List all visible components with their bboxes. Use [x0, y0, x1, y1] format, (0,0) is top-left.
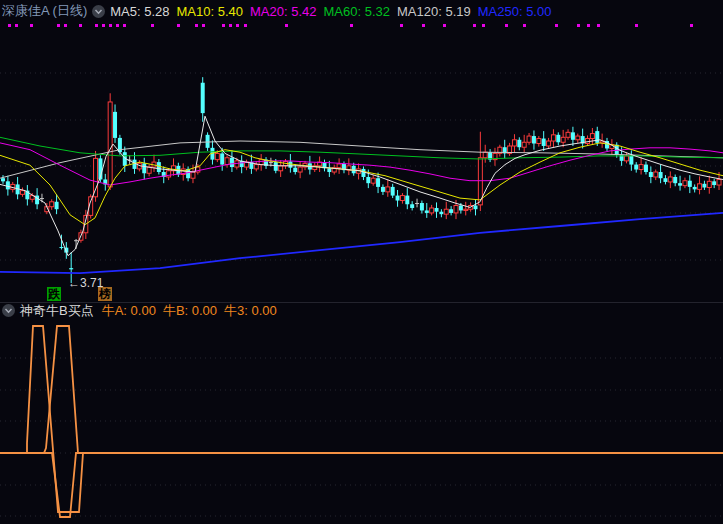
- niu-a-value: 牛A: 0.00: [102, 303, 156, 318]
- ma20-legend: MA20: 5.42: [250, 4, 317, 19]
- niu-b-value: 牛B: 0.00: [163, 303, 217, 318]
- ma60-legend: MA60: 5.32: [324, 4, 391, 19]
- low-price-annotation: ←3.71: [68, 276, 103, 290]
- stock-chart-window: 深康佳A (日线) MA5: 5.28MA10: 5.40MA20: 5.42M…: [0, 0, 723, 524]
- indicator-panel-header: 神奇牛B买点 牛A: 0.00牛B: 0.00牛3: 0.00: [2, 303, 284, 318]
- indicator-pulse-2: [0, 453, 723, 517]
- ma5-legend: MA5: 5.28: [110, 4, 169, 19]
- ma-legend: MA5: 5.28MA10: 5.40MA20: 5.42MA60: 5.32M…: [110, 4, 558, 19]
- collapse-chevron-icon[interactable]: [92, 5, 105, 18]
- ma250-line: [0, 213, 723, 273]
- ma10-legend: MA10: 5.40: [177, 4, 244, 19]
- indicator-name: 神奇牛B买点: [20, 302, 94, 320]
- signal-dots: [8, 24, 693, 27]
- limit-down-tag[interactable]: 跌: [47, 287, 61, 301]
- indicator-values: 牛A: 0.00牛B: 0.00牛3: 0.00: [102, 302, 284, 320]
- indicator-pulse-1: [0, 326, 723, 453]
- indicator-lines: [0, 326, 723, 517]
- indicator-pulse-0: [0, 326, 723, 512]
- ma250-legend: MA250: 5.00: [478, 4, 552, 19]
- collapse-chevron-icon[interactable]: [2, 304, 15, 317]
- main-chart-header: 深康佳A (日线) MA5: 5.28MA10: 5.40MA20: 5.42M…: [2, 2, 558, 20]
- candlestick-chart-canvas[interactable]: [0, 0, 723, 524]
- candles-layer: [1, 77, 721, 283]
- ma120-legend: MA120: 5.19: [397, 4, 471, 19]
- niu-3-value: 牛3: 0.00: [224, 303, 277, 318]
- stock-title: 深康佳A (日线): [2, 2, 87, 20]
